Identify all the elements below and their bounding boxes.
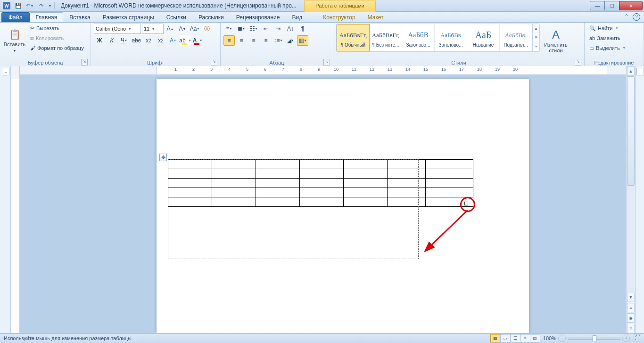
bullets-button[interactable]: ≡▼ bbox=[223, 24, 235, 34]
style-normal[interactable]: АаБбВвГг,¶ Обычный bbox=[337, 24, 370, 51]
tab-insert[interactable]: Вставка bbox=[63, 12, 97, 22]
find-button[interactable]: 🔍Найти▼ bbox=[587, 24, 620, 33]
document-area: L /* ruler numbers drawn below via JS-le… bbox=[0, 66, 644, 334]
horizontal-ruler[interactable]: /* ruler numbers drawn below via JS-less… bbox=[20, 66, 626, 75]
view-print-layout[interactable]: ▦ bbox=[490, 334, 501, 343]
clear-format-button[interactable]: Ⓐ bbox=[201, 24, 213, 34]
zoom-slider[interactable] bbox=[568, 337, 620, 340]
clipboard-launcher[interactable]: ↘ bbox=[81, 59, 88, 65]
tab-references[interactable]: Ссылки bbox=[160, 12, 192, 22]
scroll-thumb[interactable] bbox=[627, 76, 635, 186]
table-move-handle[interactable]: ✥ bbox=[159, 154, 167, 161]
minimize-button[interactable]: — bbox=[590, 1, 605, 10]
zoom-control: 100% − + ⛶ bbox=[543, 335, 641, 342]
styles-gallery[interactable]: АаБбВвГг,¶ Обычный АаБбВвГг,¶ Без инте..… bbox=[336, 24, 540, 52]
align-left-button[interactable]: ≡ bbox=[223, 35, 235, 46]
tab-home[interactable]: Главная bbox=[30, 12, 64, 22]
borders-button[interactable]: ▦▼ bbox=[297, 35, 308, 46]
font-color-button[interactable]: A▼ bbox=[192, 35, 203, 46]
tab-view[interactable]: Вид bbox=[286, 12, 308, 22]
grow-font-button[interactable]: A▲ bbox=[165, 24, 176, 34]
scroll-up-button[interactable]: ▲ bbox=[627, 66, 635, 76]
page[interactable]: ✥ bbox=[157, 79, 529, 334]
zoom-in-button[interactable]: + bbox=[622, 335, 630, 342]
tab-table-layout[interactable]: Макет bbox=[362, 12, 390, 22]
paragraph-launcher[interactable]: ↘ bbox=[323, 59, 330, 65]
font-launcher[interactable]: ↘ bbox=[211, 59, 217, 65]
text-effects-button[interactable]: A▼ bbox=[167, 35, 179, 46]
cut-button[interactable]: ✂Вырезать bbox=[28, 24, 86, 33]
restore-button[interactable]: ❐ bbox=[604, 1, 619, 10]
strike-button[interactable]: abc bbox=[131, 35, 142, 46]
style-title[interactable]: АаБНазвание bbox=[467, 24, 500, 51]
vertical-ruler[interactable] bbox=[11, 66, 20, 334]
highlight-button[interactable]: ab▼ bbox=[180, 35, 191, 46]
svg-line-0 bbox=[430, 210, 468, 246]
next-page-button[interactable]: ≡ bbox=[627, 324, 635, 333]
replace-button[interactable]: abЗаменить bbox=[587, 33, 622, 43]
zoom-out-button[interactable]: − bbox=[558, 335, 566, 342]
numbering-button[interactable]: ≣▼ bbox=[236, 24, 247, 34]
browse-object-button[interactable]: ◉ bbox=[627, 313, 635, 323]
ruler-toggle-icon[interactable] bbox=[636, 68, 644, 75]
vertical-scrollbar[interactable]: ▲ ▼ ≡ ◉ ≡ bbox=[626, 66, 635, 334]
view-draft[interactable]: ▤ bbox=[530, 334, 540, 343]
align-right-button[interactable]: ≡ bbox=[248, 35, 259, 46]
increase-indent-button[interactable]: ⇥ bbox=[272, 24, 284, 34]
scroll-down-button[interactable]: ▼ bbox=[627, 293, 635, 302]
select-button[interactable]: ▭Выделить▼ bbox=[587, 43, 627, 53]
shrink-font-button[interactable]: A▼ bbox=[177, 24, 188, 34]
qat-customize[interactable]: ▼ bbox=[47, 1, 53, 10]
style-heading1[interactable]: АаБбВЗаголово... bbox=[402, 24, 435, 51]
decrease-indent-button[interactable]: ⇤ bbox=[260, 24, 272, 34]
window-controls: — ❐ ✕ bbox=[590, 1, 643, 10]
subscript-button[interactable]: x2 bbox=[143, 35, 154, 46]
quick-access-toolbar: 💾 ↶▼ ↷ ▼ bbox=[13, 1, 53, 10]
qat-save[interactable]: 💾 bbox=[13, 1, 24, 10]
view-outline[interactable]: ≡ bbox=[520, 334, 530, 343]
group-clipboard: 📋 Вставить▼ ✂Вырезать ⧉Копировать 🖌Форма… bbox=[0, 23, 91, 66]
ribbon: 📋 Вставить▼ ✂Вырезать ⧉Копировать 🖌Форма… bbox=[0, 23, 644, 66]
line-spacing-button[interactable]: ↕≡▼ bbox=[272, 35, 284, 46]
minimize-ribbon-button[interactable]: ⌃ bbox=[624, 13, 629, 21]
multilevel-button[interactable]: ☷▼ bbox=[248, 24, 259, 34]
superscript-button[interactable]: x2 bbox=[155, 35, 166, 46]
prev-page-button[interactable]: ≡ bbox=[627, 303, 635, 312]
style-subtitle[interactable]: АаБбВв.Подзагол... bbox=[500, 24, 532, 51]
copy-button[interactable]: ⧉Копировать bbox=[28, 33, 86, 43]
qat-undo[interactable]: ↶▼ bbox=[25, 1, 35, 10]
close-button[interactable]: ✕ bbox=[619, 1, 643, 10]
help-button[interactable]: ? bbox=[633, 13, 640, 21]
tab-table-design[interactable]: Конструктор bbox=[317, 12, 361, 22]
zoom-fit-button[interactable]: ⛶ bbox=[634, 335, 641, 342]
annotation-circle bbox=[460, 197, 475, 212]
zoom-level[interactable]: 100% bbox=[543, 335, 556, 341]
show-marks-button[interactable]: ¶ bbox=[297, 24, 308, 34]
tab-layout[interactable]: Разметка страницы bbox=[97, 12, 160, 22]
tab-mailings[interactable]: Рассылки bbox=[192, 12, 230, 22]
format-painter-button[interactable]: 🖌Формат по образцу bbox=[28, 43, 86, 53]
tab-stop-selector[interactable]: L bbox=[2, 68, 9, 75]
font-name-combo[interactable]: Calibri (Осно▼ bbox=[94, 24, 141, 34]
italic-button[interactable]: К bbox=[106, 35, 117, 46]
justify-button[interactable]: ≡ bbox=[260, 35, 272, 46]
table[interactable] bbox=[168, 159, 473, 207]
style-nospacing[interactable]: АаБбВвГг,¶ Без инте... bbox=[370, 24, 402, 51]
change-styles-button[interactable]: A Изменить стили bbox=[542, 24, 570, 57]
font-size-combo[interactable]: 11▼ bbox=[142, 24, 164, 34]
gallery-scroll[interactable]: ▲▼▾ bbox=[532, 24, 539, 51]
shading-button[interactable]: ◢▼ bbox=[285, 35, 296, 46]
align-center-button[interactable]: ≡ bbox=[236, 35, 247, 46]
paste-button[interactable]: 📋 Вставить▼ bbox=[3, 24, 26, 57]
style-heading2[interactable]: АаБбВвЗаголово... bbox=[435, 24, 467, 51]
view-web[interactable]: ☰ bbox=[510, 334, 520, 343]
qat-redo[interactable]: ↷ bbox=[36, 1, 46, 10]
underline-button[interactable]: Ч▼ bbox=[118, 35, 130, 46]
bold-button[interactable]: Ж bbox=[94, 35, 105, 46]
view-fullscreen[interactable]: ▭ bbox=[500, 334, 511, 343]
tab-review[interactable]: Рецензирование bbox=[230, 12, 286, 22]
change-case-button[interactable]: Aa▼ bbox=[189, 24, 200, 34]
styles-launcher[interactable]: ↘ bbox=[575, 59, 581, 65]
sort-button[interactable]: A↓ bbox=[285, 24, 296, 34]
file-tab[interactable]: Файл bbox=[1, 12, 30, 22]
